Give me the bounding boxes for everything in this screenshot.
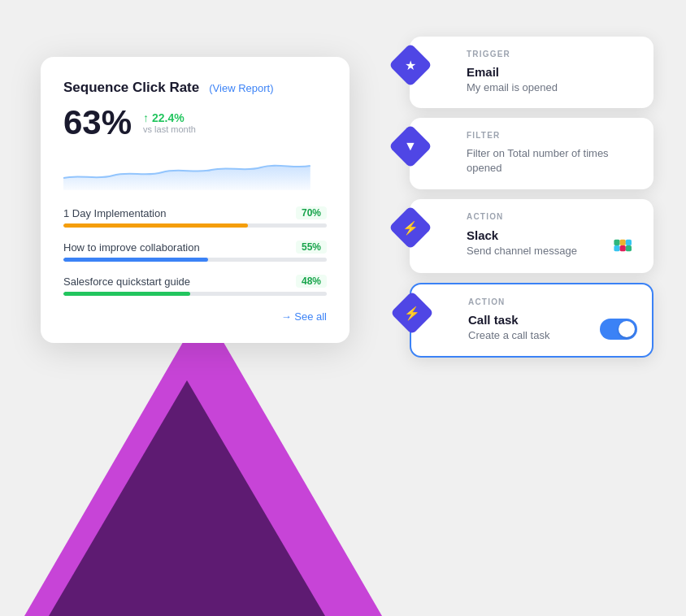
trigger-icon-area: ★	[395, 50, 426, 80]
stat-number: 63%	[63, 106, 132, 140]
svg-rect-0	[614, 245, 619, 251]
progress-bar-bg-1	[63, 223, 327, 228]
see-all-link[interactable]: → See all	[281, 310, 327, 323]
action-calltask-desc: Create a call task	[468, 328, 549, 343]
slack-icon-row: Slack Send channel message	[467, 228, 639, 260]
workflow-card-action-calltask: ⚡ ACTION Call task Create a call task	[410, 283, 653, 358]
workflow-card-filter: ▼ FILTER Filter on Total number of times…	[410, 118, 653, 189]
progress-value-1: 70%	[296, 206, 327, 219]
action-slack-bolt-icon: ⚡	[402, 219, 419, 235]
progress-label-3: Salesforce quickstart guide	[63, 275, 190, 288]
action-slack-content: Slack Send channel message	[467, 228, 639, 260]
trigger-content: Email My email is opened	[467, 65, 639, 95]
progress-bar-bg-3	[63, 292, 327, 296]
stat-percent: ↑ 22.4%	[143, 111, 196, 124]
stat-vs: vs last month	[143, 124, 196, 134]
trigger-title: Email	[467, 65, 639, 79]
progress-value-2: 55%	[296, 241, 327, 254]
trigger-desc: My email is opened	[467, 80, 639, 95]
svg-rect-1	[614, 239, 619, 245]
progress-bar-fill-3	[63, 292, 190, 296]
svg-rect-2	[620, 239, 626, 245]
left-card: Sequence Click Rate (View Report) 63% ↑ …	[41, 57, 350, 343]
call-task-toggle[interactable]	[600, 319, 637, 340]
filter-content: Filter on Total number of times opened	[467, 146, 639, 176]
stat-change: ↑ 22.4% vs last month	[143, 111, 196, 134]
view-report-link[interactable]: (View Report)	[209, 82, 273, 94]
progress-bar-fill-2	[63, 258, 208, 262]
stat-row: 63% ↑ 22.4% vs last month	[63, 106, 327, 140]
right-panel: ★ TRIGGER Email My email is opened ▼ FIL…	[410, 37, 653, 358]
action-calltask-diamond-icon: ⚡	[390, 291, 434, 335]
action-calltask-title: Call task	[468, 313, 549, 327]
progress-bar-bg-2	[63, 258, 327, 262]
action-slack-text: Slack Send channel message	[467, 228, 577, 258]
filter-label: FILTER	[467, 131, 639, 140]
workflow-card-trigger: ★ TRIGGER Email My email is opened	[410, 37, 653, 108]
action-calltask-label: ACTION	[468, 297, 637, 306]
action-calltask-icon-area: ⚡	[397, 297, 428, 328]
trigger-label: TRIGGER	[467, 50, 639, 59]
action-slack-icon-area: ⚡	[395, 212, 426, 243]
sparkline-svg	[63, 150, 327, 190]
action-slack-title: Slack	[467, 228, 577, 242]
progress-item-3: Salesforce quickstart guide 48%	[63, 275, 327, 296]
toggle-knob	[619, 321, 635, 337]
progress-item-2: How to improve collaboration 55%	[63, 241, 327, 262]
progress-header-1: 1 Day Implementation 70%	[63, 206, 327, 219]
progress-label-1: 1 Day Implementation	[63, 207, 166, 219]
card-title: Sequence Click Rate	[63, 80, 199, 96]
slack-logo-icon	[610, 231, 639, 260]
progress-label-2: How to improve collaboration	[63, 241, 200, 254]
progress-item-1: 1 Day Implementation 70%	[63, 206, 327, 228]
toggle-wrap: Call task Create a call task	[468, 313, 637, 343]
card-title-row: Sequence Click Rate (View Report)	[63, 80, 327, 96]
workflow-card-action-slack: ⚡ ACTION Slack Send channel message	[410, 199, 653, 273]
progress-header-3: Salesforce quickstart guide 48%	[63, 275, 327, 288]
action-slack-desc: Send channel message	[467, 244, 577, 258]
svg-rect-5	[626, 245, 632, 251]
filter-funnel-icon: ▼	[404, 139, 417, 154]
filter-icon-area: ▼	[395, 131, 426, 162]
filter-diamond-icon: ▼	[389, 124, 432, 168]
action-calltask-bolt-icon: ⚡	[404, 305, 420, 320]
progress-value-3: 48%	[296, 275, 327, 288]
trigger-diamond-icon: ★	[389, 43, 432, 87]
trigger-star-icon: ★	[405, 58, 416, 73]
scene: Sequence Click Rate (View Report) 63% ↑ …	[0, 0, 686, 616]
action-calltask-content: Call task Create a call task	[468, 313, 637, 343]
svg-rect-4	[626, 239, 632, 245]
sparkline-area	[63, 150, 327, 190]
svg-rect-3	[620, 245, 626, 251]
action-slack-label: ACTION	[467, 212, 639, 221]
see-all-row: → See all	[63, 309, 327, 323]
filter-desc: Filter on Total number of times opened	[467, 146, 639, 176]
progress-header-2: How to improve collaboration 55%	[63, 241, 327, 254]
progress-bar-fill-1	[63, 223, 248, 228]
action-slack-diamond-icon: ⚡	[389, 206, 432, 249]
action-calltask-text: Call task Create a call task	[468, 313, 549, 343]
